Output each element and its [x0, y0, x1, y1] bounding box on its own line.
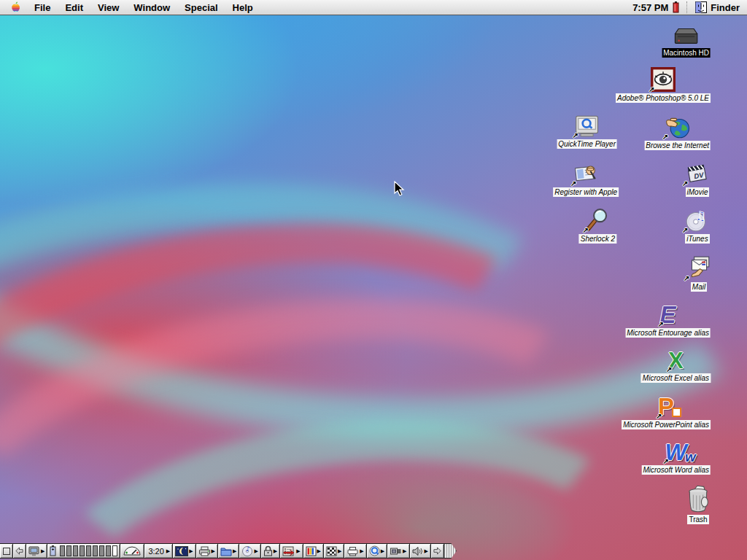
- magnifying-glass-icon: ↗: [584, 208, 611, 233]
- module-expand-arrow: ▶: [274, 548, 277, 553]
- module-expand-arrow: ▶: [296, 548, 300, 553]
- battery-bar: [66, 545, 71, 556]
- menu-window[interactable]: Window: [126, 2, 177, 13]
- alias-arrow-badge: ↗: [582, 227, 588, 234]
- menu-bar-divider: [686, 1, 688, 13]
- battery-time-module[interactable]: 3:20 ▶: [144, 543, 173, 559]
- menu-help[interactable]: Help: [225, 2, 260, 13]
- control-strip-collapse-box[interactable]: [0, 543, 13, 559]
- location-manager-module[interactable]: ▶: [279, 543, 303, 559]
- icon-label: Adobe® Photoshop® 5.0 LE: [616, 93, 711, 103]
- module-expand-arrow: ▶: [254, 548, 258, 553]
- powerpoint-box-badge: [672, 408, 681, 417]
- excel-x-icon: X ↗: [668, 347, 684, 372]
- icon-label: iMovie: [686, 187, 710, 197]
- energy-gauge-icon: [123, 546, 142, 556]
- menu-file[interactable]: File: [27, 2, 58, 13]
- battery-bar: [80, 545, 85, 556]
- apple-logo-icon: [10, 1, 21, 13]
- module-expand-arrow: ▶: [381, 548, 384, 553]
- alias-arrow-badge: ↗: [658, 321, 664, 328]
- sleep-module[interactable]: ▶: [172, 543, 196, 559]
- icon-label: Browse the Internet: [644, 141, 711, 150]
- cd-audio-module[interactable]: ♪ ▶: [239, 543, 260, 559]
- icon-label: Sherlock 2: [579, 234, 616, 244]
- svg-text:♫: ♫: [695, 209, 706, 223]
- checkerboard-icon: [326, 546, 337, 556]
- alias-arrow-badge: ↗: [682, 180, 688, 187]
- battery-icon: [50, 545, 56, 556]
- icon-label: QuickTime Player: [557, 139, 617, 149]
- left-arrow-icon: [15, 547, 23, 555]
- alias-arrow-badge: ↗: [663, 458, 669, 465]
- keychain-module[interactable]: ▶: [260, 543, 280, 559]
- quicktime-settings-module[interactable]: ▶: [366, 543, 387, 559]
- hard-disk-icon: [673, 26, 700, 47]
- photoshop-eye-icon: ↗: [651, 67, 676, 92]
- active-app-name: Finder: [711, 2, 740, 13]
- icon-label: Register with Apple: [553, 187, 619, 197]
- module-expand-arrow: ▶: [317, 548, 321, 553]
- printer-selector-module[interactable]: ▶: [196, 543, 218, 559]
- desktop-printer-icon: [347, 546, 359, 556]
- trash-can-icon: [686, 484, 711, 513]
- icon-label: iTunes: [685, 234, 709, 244]
- mac-os9-desktop: { "menu_bar": { "apple_menu_icon": "appl…: [0, 0, 747, 560]
- energy-gauge-module[interactable]: [120, 543, 144, 559]
- apple-menu[interactable]: [0, 1, 27, 13]
- sound-volume-module[interactable]: ▶: [409, 543, 431, 559]
- menu-view[interactable]: View: [90, 2, 126, 13]
- monitor-settings-module[interactable]: ▶: [26, 543, 47, 559]
- alias-arrow-badge: ↗: [573, 132, 578, 139]
- desktop-printer-module[interactable]: ▶: [344, 543, 366, 559]
- powerpoint-p-icon: P ↗: [658, 392, 674, 419]
- svg-text:♪: ♪: [246, 545, 250, 553]
- battery-time-remaining: 3:20: [147, 547, 165, 556]
- color-depth-module[interactable]: ▶: [303, 543, 324, 559]
- module-expand-arrow: ▶: [41, 548, 44, 553]
- media-bay-module[interactable]: ▶: [387, 543, 409, 559]
- file-sharing-module[interactable]: ▶: [217, 543, 239, 559]
- cd-music-note-icon: ♫ ↗: [684, 208, 711, 233]
- battery-bar: [60, 545, 65, 556]
- battery-bar: [99, 545, 104, 556]
- application-menu[interactable]: Finder: [695, 1, 740, 13]
- control-strip-scroll-left[interactable]: [12, 543, 26, 559]
- alias-arrow-badge: ↗: [656, 413, 662, 420]
- finder-face-icon: [695, 1, 707, 13]
- module-expand-arrow: ▶: [233, 548, 236, 553]
- module-expand-arrow: ▶: [189, 548, 193, 553]
- icon-label: Microsoft Entourage alias: [625, 328, 711, 338]
- icon-label: Microsoft PowerPoint alias: [622, 420, 711, 429]
- resolution-module[interactable]: ▶: [323, 543, 344, 559]
- right-arrow-icon: [433, 547, 441, 555]
- module-expand-arrow: ▶: [403, 548, 406, 553]
- battery-bar: [73, 545, 78, 556]
- padlock-icon: [263, 545, 273, 556]
- globe-hand-icon: ↗: [665, 114, 691, 139]
- moon-sleep-icon: [175, 546, 188, 556]
- battery-bar: [112, 545, 117, 556]
- folder-icon: [220, 546, 232, 556]
- speaker-icon: [412, 546, 424, 556]
- menu-special[interactable]: Special: [177, 2, 225, 13]
- alias-arrow-badge: ↗: [649, 86, 654, 93]
- mouse-cursor: [394, 181, 405, 197]
- menu-clock[interactable]: 7:57 PM: [632, 2, 668, 13]
- quicktime-q-icon: [369, 545, 380, 556]
- location-doc-icon: [282, 546, 295, 556]
- control-strip-scroll-right[interactable]: [430, 543, 444, 559]
- control-strip-end-tab[interactable]: [444, 543, 457, 559]
- control-strip: ▶ 3:20 ▶ ▶: [0, 543, 457, 559]
- word-w-icon: W w ↗: [665, 438, 687, 464]
- background-swirl: [0, 154, 661, 560]
- alias-arrow-badge: ↗: [682, 227, 688, 234]
- icon-label: Microsoft Word alias: [641, 465, 711, 475]
- battery-indicator-icon[interactable]: [673, 1, 679, 13]
- icon-label: Microsoft Excel alias: [641, 373, 711, 383]
- battery-bar: [106, 545, 111, 556]
- background-swirl: [0, 245, 679, 560]
- menu-edit[interactable]: Edit: [58, 2, 90, 13]
- battery-level-module[interactable]: [47, 543, 120, 559]
- alias-arrow-badge: ↗: [684, 275, 689, 282]
